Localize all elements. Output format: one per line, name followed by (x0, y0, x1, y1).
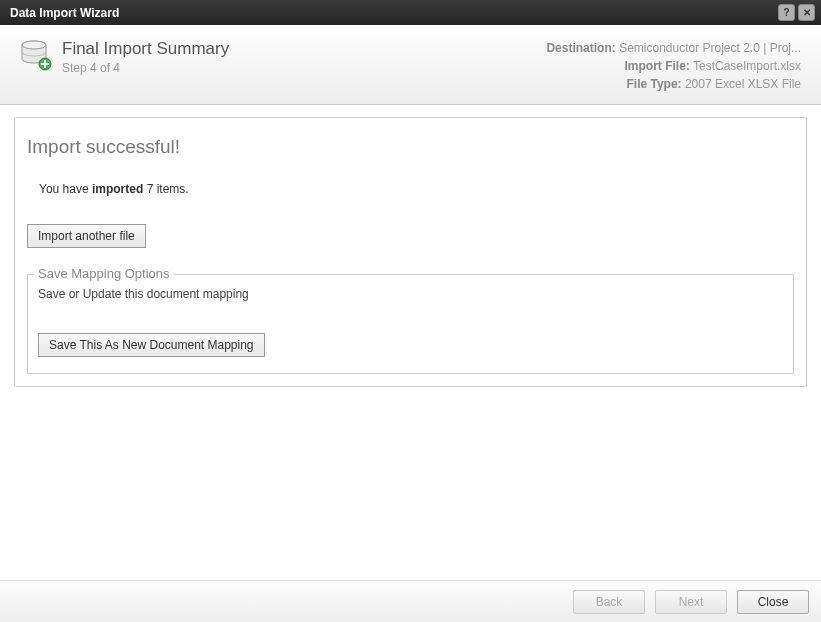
close-window-button[interactable]: ✕ (798, 4, 815, 21)
import-file-value: TestCaseImport.xlsx (693, 59, 801, 73)
database-import-icon (20, 39, 52, 71)
import-result: You have imported 7 items. (39, 182, 794, 196)
window-title: Data Import Wizard (10, 6, 119, 20)
file-type-label: File Type: (626, 77, 681, 91)
result-prefix: You have (39, 182, 92, 196)
file-type-value: 2007 Excel XLSX File (685, 77, 801, 91)
save-mapping-legend: Save Mapping Options (34, 266, 174, 281)
page-step: Step 4 of 4 (62, 61, 229, 75)
titlebar: Data Import Wizard ? ✕ (0, 0, 821, 25)
help-button[interactable]: ? (778, 4, 795, 21)
back-button[interactable]: Back (573, 590, 645, 614)
svg-point-1 (22, 41, 46, 49)
import-another-button[interactable]: Import another file (27, 224, 146, 248)
import-meta: Destination: Semiconductor Project 2.0 |… (229, 39, 801, 86)
wizard-header: Final Import Summary Step 4 of 4 Destina… (0, 25, 821, 105)
success-message: Import successful! (27, 136, 794, 158)
close-button[interactable]: Close (737, 590, 809, 614)
page-title: Final Import Summary (62, 39, 229, 59)
result-bold: imported (92, 182, 143, 196)
next-button[interactable]: Next (655, 590, 727, 614)
wizard-footer: Back Next Close (0, 580, 821, 622)
save-mapping-button[interactable]: Save This As New Document Mapping (38, 333, 265, 357)
save-mapping-text: Save or Update this document mapping (38, 287, 783, 301)
result-suffix: 7 items. (143, 182, 188, 196)
summary-panel: Import successful! You have imported 7 i… (14, 117, 807, 387)
save-mapping-section: Save Mapping Options Save or Update this… (27, 274, 794, 374)
destination-label: Destination: (546, 41, 615, 55)
destination-value: Semiconductor Project 2.0 | Proj... (619, 41, 801, 55)
content-area: Import successful! You have imported 7 i… (0, 105, 821, 399)
import-file-label: Import File: (625, 59, 690, 73)
